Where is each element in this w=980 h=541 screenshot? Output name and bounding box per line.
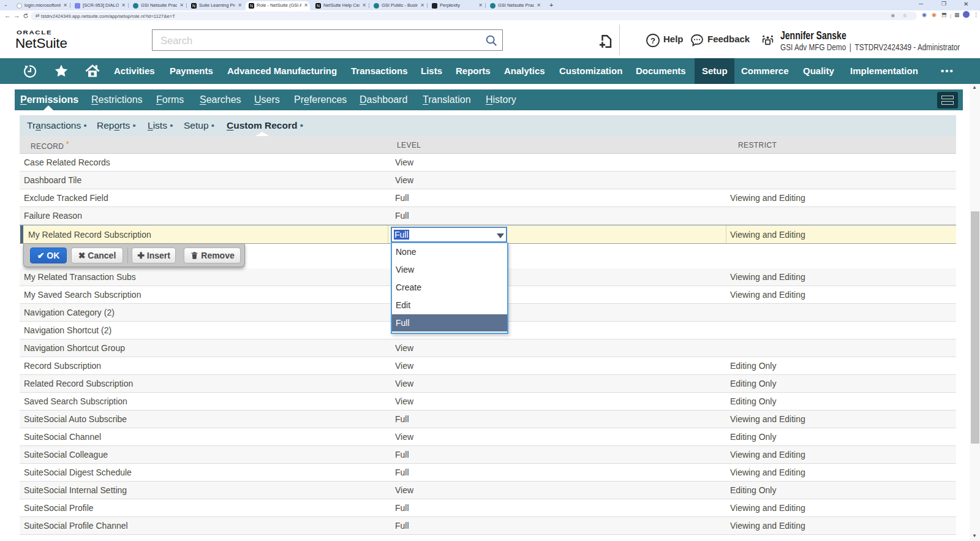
svg-text:?: ? <box>650 36 655 45</box>
